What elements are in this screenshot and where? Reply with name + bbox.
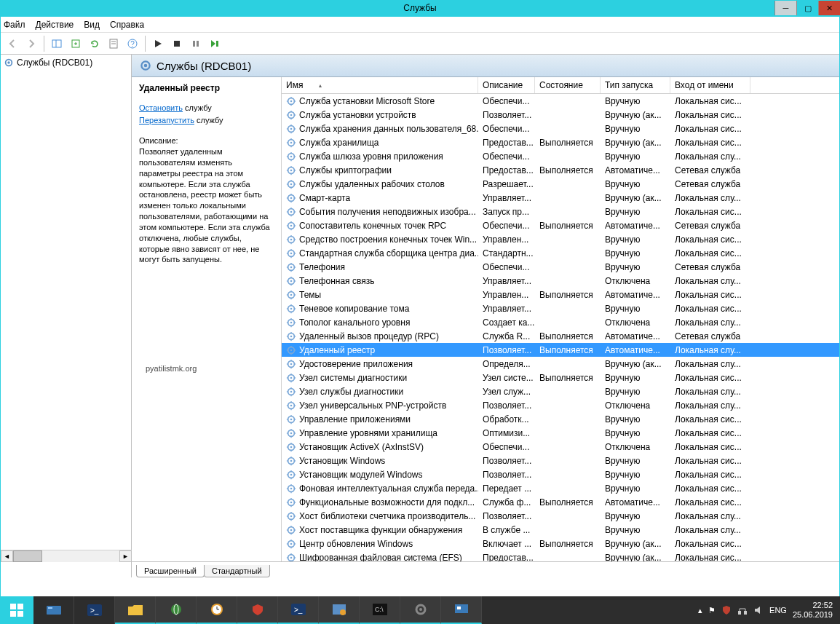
svg-point-173 [290,459,293,462]
stop-link[interactable]: Остановить [139,103,183,112]
tray-lang[interactable]: ENG [769,606,787,615]
service-row[interactable]: Служба установки устройствПозволяет...Вр… [282,108,839,122]
task-clock[interactable] [197,596,237,624]
service-row[interactable]: Шифрованная файловая система (EFS)Предос… [282,550,839,561]
service-row[interactable]: Удаленный реестрПозволяет...ВыполняетсяА… [282,343,839,357]
service-row[interactable]: Узел службы диагностикиУзел служ...Вручн… [282,384,839,398]
service-row[interactable]: Удостоверение приложенияОпределя...Вручн… [282,357,839,371]
restart-link[interactable]: Перезапустить [139,116,194,125]
tray-clock[interactable]: 22:52 25.06.2019 [793,601,833,620]
service-row[interactable]: Центр обновления WindowsВключает ...Выпо… [282,537,839,550]
service-row[interactable]: Служба хранения данных пользователя_68..… [282,122,839,135]
svg-rect-243 [457,607,461,609]
service-row[interactable]: Хост поставщика функции обнаруженияВ слу… [282,523,839,537]
svg-rect-8 [174,41,180,47]
menu-action[interactable]: Действие [36,20,74,30]
pause-service-button[interactable] [187,35,205,52]
service-row[interactable]: Службы удаленных рабочих столовРазрешает… [282,177,839,191]
service-row[interactable]: Тополог канального уровняСоздает ка...От… [282,315,839,329]
svg-point-77 [290,238,293,240]
detail-pane: Удаленный реестр Остановить службу Перез… [132,77,282,561]
task-cmd[interactable]: C:\ [360,596,400,624]
tab-extended[interactable]: Расширенный [136,565,205,577]
service-row[interactable]: Служба шлюза уровня приложенияОбеспечи..… [282,149,839,163]
task-server-manager[interactable] [33,596,74,624]
services-icon [4,58,14,68]
service-row[interactable]: Служба хранилищаПредостав...ВыполняетсяВ… [282,135,839,149]
tab-standard[interactable]: Стандартный [204,565,270,577]
col-logon[interactable]: Вход от имени [670,77,750,93]
svg-point-241 [419,608,422,611]
stop-service-button[interactable] [168,35,186,52]
svg-point-53 [290,183,293,185]
svg-point-137 [290,376,293,379]
properties-button[interactable] [105,35,122,52]
service-row[interactable]: Установщик модулей WindowsПозволяет...Вр… [282,467,839,481]
svg-rect-224 [47,606,61,615]
start-button[interactable] [0,596,33,624]
back-button[interactable] [4,35,21,52]
col-name[interactable]: Имя [282,77,478,93]
service-row[interactable]: Стандартная служба сборщика центра диа..… [282,246,839,260]
service-row[interactable]: Узел универсальных PNP-устройствПозволяе… [282,398,839,412]
col-desc[interactable]: Описание [478,77,535,93]
tray-up-icon[interactable]: ▴ [698,606,702,615]
svg-point-29 [290,127,293,130]
refresh-button[interactable] [86,35,103,52]
tree-hscroll[interactable]: ◄► [1,550,132,562]
service-row[interactable]: Смарт-картаУправляет...Вручную (ак...Лок… [282,191,839,205]
service-row[interactable]: ТемыУправлен...ВыполняетсяАвтоматиче...Л… [282,288,839,301]
service-row[interactable]: Управление уровнями хранилищаОптимизи...… [282,426,839,440]
service-row[interactable]: Теневое копирование томаУправляет...Вруч… [282,301,839,315]
tree-root-label: Службы (RDCB01) [17,58,92,68]
service-row[interactable]: Службы криптографииПредостав...Выполняет… [282,163,839,177]
service-row[interactable]: Установщик ActiveX (AxInstSV)Обеспечи...… [282,440,839,454]
task-explorer[interactable] [115,596,156,624]
service-row[interactable]: Удаленный вызов процедур (RPC)Служба R..… [282,329,839,343]
service-row[interactable]: Средство построения конечных точек Win..… [282,232,839,246]
close-button[interactable]: ✕ [818,1,840,15]
forward-button[interactable] [23,35,40,52]
menu-file[interactable]: Файл [4,20,25,30]
svg-point-191 [290,501,293,503]
service-row[interactable]: Фоновая интеллектуальная служба переда..… [282,481,839,495]
task-dcom[interactable] [319,596,360,624]
svg-point-41 [290,155,293,157]
svg-point-17 [290,100,293,102]
col-start[interactable]: Тип запуска [601,77,670,93]
show-hide-button[interactable] [48,35,66,52]
tree-pane: Службы (RDCB01) [1,55,132,577]
service-row[interactable]: Служба установки Microsoft StoreОбеспечи… [282,94,839,108]
task-rd[interactable] [441,596,482,624]
service-row[interactable]: События получения неподвижных изобра...З… [282,205,839,218]
start-service-button[interactable] [149,35,167,52]
task-security[interactable] [237,596,278,624]
tray-sound-icon[interactable] [753,605,764,615]
service-row[interactable]: Сопоставитель конечных точек RPCОбеспечи… [282,218,839,232]
tray-network-icon[interactable] [737,605,748,615]
menu-help[interactable]: Справка [110,20,144,30]
tray-flag-icon[interactable]: ⚑ [708,606,716,615]
task-ps-window[interactable]: >_ [278,596,319,624]
service-row[interactable]: Управление приложениямиОбработк...Вручну… [282,412,839,426]
help-button[interactable]: ? [124,35,141,52]
col-state[interactable]: Состояние [535,77,601,93]
tree-root[interactable]: Службы (RDCB01) [4,58,128,68]
service-list[interactable]: Служба установки Microsoft StoreОбеспечи… [282,94,839,561]
task-network[interactable] [156,596,197,624]
service-row[interactable]: Функциональные возможности для подкл...С… [282,495,839,509]
menu-view[interactable]: Вид [84,20,100,30]
export-button[interactable] [67,35,84,52]
service-row[interactable]: Хост библиотеки счетчика производитель..… [282,509,839,523]
task-powershell[interactable]: >_ [74,596,115,624]
service-row[interactable]: ТелефонияОбеспечи...ВручнуюСетевая служб… [282,260,839,274]
list-header: Имя Описание Состояние Тип запуска Вход … [282,77,839,94]
service-row[interactable]: Телефонная связьУправляет...ОтключенаЛок… [282,274,839,288]
tray-shield-icon[interactable] [721,605,732,615]
minimize-button[interactable]: ─ [774,1,796,15]
task-services[interactable] [400,596,441,624]
service-row[interactable]: Узел системы диагностикиУзел систе...Вып… [282,371,839,384]
maximize-button[interactable]: ▢ [796,1,818,15]
service-row[interactable]: Установщик WindowsПозволяет...ВручнуюЛок… [282,454,839,467]
restart-service-button[interactable] [206,35,223,52]
